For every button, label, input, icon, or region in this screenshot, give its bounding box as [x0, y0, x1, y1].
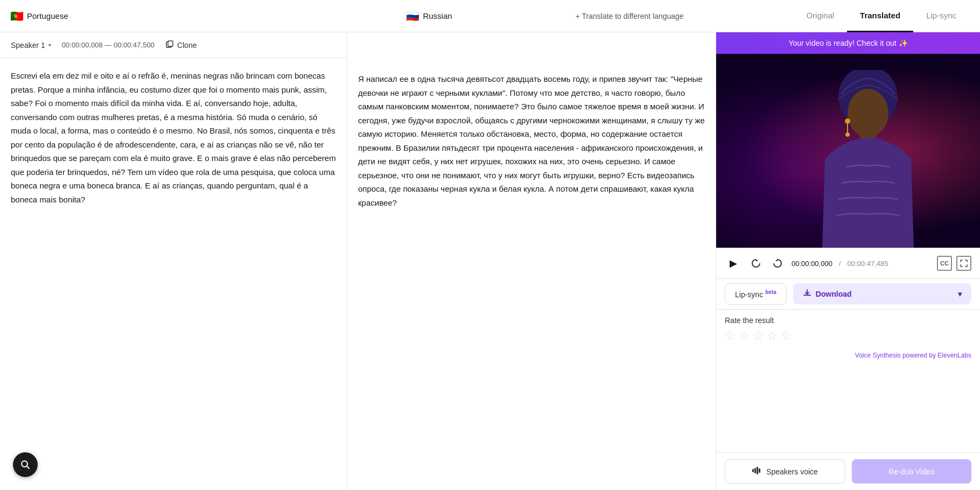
video-ready-banner: Your video is ready! Check it out ✨ [716, 32, 980, 54]
speaker-toolbar: Speaker 1 ▾ 00:00:00,008 — 00:00:47,500 … [0, 32, 347, 58]
voice-synthesis-credit: Voice Synthesis powered by ElevenLabs [716, 349, 980, 361]
svg-rect-10 [759, 468, 760, 473]
svg-rect-8 [754, 468, 756, 473]
tab-translated[interactable]: Translated [847, 0, 913, 32]
video-thumbnail[interactable] [716, 54, 980, 248]
video-ready-text: Your video is ready! Check it out ✨ [788, 39, 907, 47]
source-flag: 🇵🇹 [11, 10, 23, 22]
svg-rect-7 [752, 469, 754, 472]
svg-point-3 [848, 89, 888, 137]
speakers-voice-icon [752, 466, 762, 477]
star-2[interactable]: ☆ [739, 329, 750, 343]
rate-label: Rate the result [725, 316, 971, 325]
search-fab[interactable] [13, 452, 38, 477]
svg-point-5 [845, 118, 850, 124]
person-silhouette [809, 70, 927, 248]
bottom-actions: Speakers voice Re-dub Video [716, 452, 980, 490]
rate-section: Rate the result ☆ ☆ ☆ ☆ ☆ [716, 309, 980, 349]
target-language-area: 🇷🇺 Russian [290, 10, 569, 22]
translate-btn-label: + Translate to different language [576, 12, 684, 20]
video-controls: ▶ 00:00:00,000 / 00:00:47,485 CC [716, 248, 980, 278]
star-4[interactable]: ☆ [767, 329, 778, 343]
time-separator: / [839, 260, 841, 268]
current-time: 00:00:00,000 [792, 260, 832, 268]
original-text-paragraph: Escrevi ela em dez mil e oito e aí o ref… [11, 69, 336, 206]
star-5[interactable]: ☆ [781, 329, 792, 343]
beta-badge: beta [765, 289, 776, 295]
speaker-selector[interactable]: Speaker 1 ▾ [11, 41, 51, 50]
action-row: Lip-syncbeta Download ▾ [716, 278, 980, 309]
star-3[interactable]: ☆ [753, 329, 764, 343]
elevenlabs-brand: ElevenLabs [937, 352, 971, 359]
download-button[interactable]: Download ▾ [793, 283, 971, 304]
video-controls-right: CC [937, 256, 971, 271]
clone-button[interactable]: Clone [165, 40, 197, 50]
clone-icon [165, 40, 174, 50]
rewind-icon[interactable] [748, 256, 764, 271]
star-rating[interactable]: ☆ ☆ ☆ ☆ ☆ [725, 329, 971, 343]
play-button[interactable]: ▶ [725, 255, 742, 272]
star-1[interactable]: ☆ [725, 329, 736, 343]
original-text-content: Escrevi ela em dez mil e oito e aí o ref… [0, 58, 347, 490]
source-lang-label: Portuguese [27, 11, 68, 20]
translate-different-lang-button[interactable]: + Translate to different language [569, 9, 690, 24]
speaker-label: Speaker 1 [11, 41, 45, 50]
main-content: Speaker 1 ▾ 00:00:00,008 — 00:00:47,500 … [0, 32, 980, 490]
download-icon [803, 289, 811, 299]
view-tabs: Original Translated Lip-sync [690, 0, 969, 32]
voice-synthesis-text: Voice Synthesis powered by [855, 352, 936, 359]
retranslate-label: Re-dub Video [888, 467, 934, 476]
tab-original[interactable]: Original [793, 0, 847, 32]
time-range-display: 00:00:00,008 — 00:00:47,500 [62, 41, 155, 49]
lipsync-label: Lip-sync [735, 290, 763, 299]
speakers-voice-button[interactable]: Speakers voice [725, 459, 845, 484]
clone-label: Clone [177, 41, 197, 50]
download-label: Download [816, 290, 852, 298]
captions-button[interactable]: CC [937, 256, 952, 271]
translated-text-paragraph: Я написал ее в одна тысяча девятьсот два… [358, 72, 705, 209]
app-header: 🇵🇹 Portuguese 🇷🇺 Russian + Translate to … [0, 0, 980, 32]
original-text-panel: Speaker 1 ▾ 00:00:00,008 — 00:00:47,500 … [0, 32, 347, 490]
source-language: 🇵🇹 Portuguese [11, 10, 290, 22]
fullscreen-button[interactable] [956, 256, 971, 271]
search-icon [20, 459, 31, 470]
svg-point-6 [845, 132, 850, 137]
total-time: 00:00:47,485 [848, 260, 888, 268]
svg-rect-1 [168, 41, 173, 46]
lipsync-button[interactable]: Lip-syncbeta [725, 283, 787, 305]
speakers-voice-label: Speakers voice [766, 467, 818, 476]
video-panel: Your video is ready! Check it out ✨ [716, 32, 980, 490]
tab-lipsync[interactable]: Lip-sync [913, 0, 969, 32]
download-chevron-icon: ▾ [958, 290, 962, 298]
chevron-down-icon: ▾ [48, 42, 51, 48]
target-flag: 🇷🇺 [407, 10, 418, 22]
translated-text-panel: Я написал ее в одна тысяча девятьсот два… [347, 32, 716, 490]
svg-rect-9 [757, 467, 758, 474]
forward-icon[interactable] [770, 256, 785, 271]
target-lang-label: Russian [423, 11, 452, 20]
retranslate-button[interactable]: Re-dub Video [852, 459, 971, 484]
